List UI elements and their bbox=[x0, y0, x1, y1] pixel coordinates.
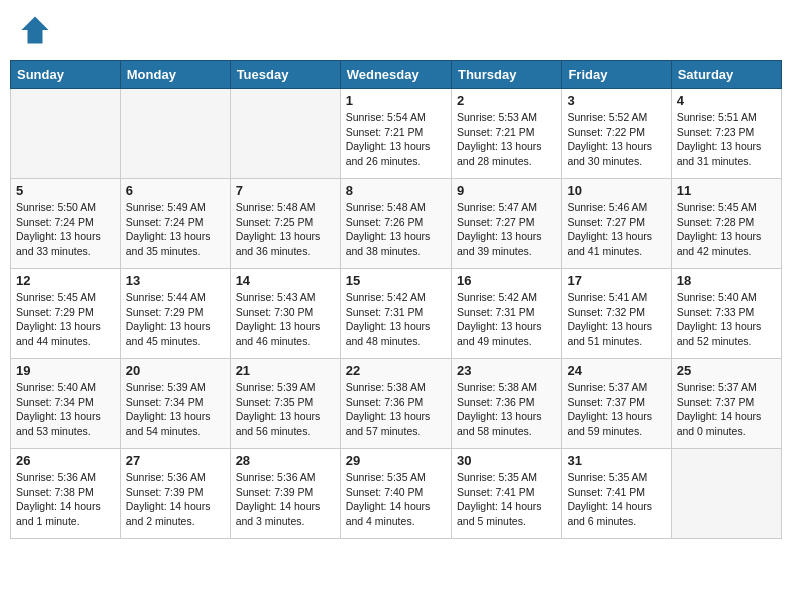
day-cell bbox=[11, 89, 121, 179]
logo bbox=[20, 15, 54, 45]
svg-marker-0 bbox=[22, 17, 49, 44]
day-info: Sunrise: 5:54 AM Sunset: 7:21 PM Dayligh… bbox=[346, 110, 446, 169]
day-number: 11 bbox=[677, 183, 776, 198]
day-number: 6 bbox=[126, 183, 225, 198]
day-info: Sunrise: 5:53 AM Sunset: 7:21 PM Dayligh… bbox=[457, 110, 556, 169]
day-cell: 7Sunrise: 5:48 AM Sunset: 7:25 PM Daylig… bbox=[230, 179, 340, 269]
day-number: 7 bbox=[236, 183, 335, 198]
day-number: 8 bbox=[346, 183, 446, 198]
day-number: 4 bbox=[677, 93, 776, 108]
day-cell: 11Sunrise: 5:45 AM Sunset: 7:28 PM Dayli… bbox=[671, 179, 781, 269]
day-info: Sunrise: 5:47 AM Sunset: 7:27 PM Dayligh… bbox=[457, 200, 556, 259]
day-info: Sunrise: 5:38 AM Sunset: 7:36 PM Dayligh… bbox=[457, 380, 556, 439]
day-info: Sunrise: 5:45 AM Sunset: 7:28 PM Dayligh… bbox=[677, 200, 776, 259]
day-cell: 30Sunrise: 5:35 AM Sunset: 7:41 PM Dayli… bbox=[451, 449, 561, 539]
day-cell: 21Sunrise: 5:39 AM Sunset: 7:35 PM Dayli… bbox=[230, 359, 340, 449]
day-info: Sunrise: 5:42 AM Sunset: 7:31 PM Dayligh… bbox=[457, 290, 556, 349]
day-cell: 8Sunrise: 5:48 AM Sunset: 7:26 PM Daylig… bbox=[340, 179, 451, 269]
day-cell: 14Sunrise: 5:43 AM Sunset: 7:30 PM Dayli… bbox=[230, 269, 340, 359]
day-number: 19 bbox=[16, 363, 115, 378]
day-number: 22 bbox=[346, 363, 446, 378]
day-cell: 20Sunrise: 5:39 AM Sunset: 7:34 PM Dayli… bbox=[120, 359, 230, 449]
day-cell: 28Sunrise: 5:36 AM Sunset: 7:39 PM Dayli… bbox=[230, 449, 340, 539]
day-cell: 29Sunrise: 5:35 AM Sunset: 7:40 PM Dayli… bbox=[340, 449, 451, 539]
day-info: Sunrise: 5:36 AM Sunset: 7:38 PM Dayligh… bbox=[16, 470, 115, 529]
day-cell: 1Sunrise: 5:54 AM Sunset: 7:21 PM Daylig… bbox=[340, 89, 451, 179]
day-info: Sunrise: 5:40 AM Sunset: 7:33 PM Dayligh… bbox=[677, 290, 776, 349]
day-number: 13 bbox=[126, 273, 225, 288]
col-header-wednesday: Wednesday bbox=[340, 61, 451, 89]
week-row-3: 12Sunrise: 5:45 AM Sunset: 7:29 PM Dayli… bbox=[11, 269, 782, 359]
day-number: 29 bbox=[346, 453, 446, 468]
day-number: 14 bbox=[236, 273, 335, 288]
day-cell: 26Sunrise: 5:36 AM Sunset: 7:38 PM Dayli… bbox=[11, 449, 121, 539]
day-number: 5 bbox=[16, 183, 115, 198]
day-cell: 25Sunrise: 5:37 AM Sunset: 7:37 PM Dayli… bbox=[671, 359, 781, 449]
day-cell: 19Sunrise: 5:40 AM Sunset: 7:34 PM Dayli… bbox=[11, 359, 121, 449]
day-cell: 9Sunrise: 5:47 AM Sunset: 7:27 PM Daylig… bbox=[451, 179, 561, 269]
day-number: 24 bbox=[567, 363, 665, 378]
day-number: 10 bbox=[567, 183, 665, 198]
col-header-friday: Friday bbox=[562, 61, 671, 89]
day-info: Sunrise: 5:40 AM Sunset: 7:34 PM Dayligh… bbox=[16, 380, 115, 439]
day-number: 9 bbox=[457, 183, 556, 198]
day-number: 27 bbox=[126, 453, 225, 468]
day-info: Sunrise: 5:51 AM Sunset: 7:23 PM Dayligh… bbox=[677, 110, 776, 169]
day-number: 17 bbox=[567, 273, 665, 288]
calendar-table: SundayMondayTuesdayWednesdayThursdayFrid… bbox=[10, 60, 782, 539]
day-info: Sunrise: 5:48 AM Sunset: 7:26 PM Dayligh… bbox=[346, 200, 446, 259]
day-cell: 17Sunrise: 5:41 AM Sunset: 7:32 PM Dayli… bbox=[562, 269, 671, 359]
day-info: Sunrise: 5:37 AM Sunset: 7:37 PM Dayligh… bbox=[567, 380, 665, 439]
day-info: Sunrise: 5:36 AM Sunset: 7:39 PM Dayligh… bbox=[126, 470, 225, 529]
day-info: Sunrise: 5:41 AM Sunset: 7:32 PM Dayligh… bbox=[567, 290, 665, 349]
day-number: 2 bbox=[457, 93, 556, 108]
day-cell: 31Sunrise: 5:35 AM Sunset: 7:41 PM Dayli… bbox=[562, 449, 671, 539]
day-info: Sunrise: 5:46 AM Sunset: 7:27 PM Dayligh… bbox=[567, 200, 665, 259]
week-row-5: 26Sunrise: 5:36 AM Sunset: 7:38 PM Dayli… bbox=[11, 449, 782, 539]
day-number: 15 bbox=[346, 273, 446, 288]
day-cell: 24Sunrise: 5:37 AM Sunset: 7:37 PM Dayli… bbox=[562, 359, 671, 449]
day-cell: 18Sunrise: 5:40 AM Sunset: 7:33 PM Dayli… bbox=[671, 269, 781, 359]
day-cell: 27Sunrise: 5:36 AM Sunset: 7:39 PM Dayli… bbox=[120, 449, 230, 539]
day-info: Sunrise: 5:48 AM Sunset: 7:25 PM Dayligh… bbox=[236, 200, 335, 259]
day-number: 3 bbox=[567, 93, 665, 108]
day-number: 16 bbox=[457, 273, 556, 288]
day-info: Sunrise: 5:42 AM Sunset: 7:31 PM Dayligh… bbox=[346, 290, 446, 349]
day-number: 26 bbox=[16, 453, 115, 468]
day-cell: 10Sunrise: 5:46 AM Sunset: 7:27 PM Dayli… bbox=[562, 179, 671, 269]
col-header-sunday: Sunday bbox=[11, 61, 121, 89]
day-number: 31 bbox=[567, 453, 665, 468]
day-number: 28 bbox=[236, 453, 335, 468]
day-info: Sunrise: 5:35 AM Sunset: 7:41 PM Dayligh… bbox=[567, 470, 665, 529]
day-number: 12 bbox=[16, 273, 115, 288]
day-cell: 12Sunrise: 5:45 AM Sunset: 7:29 PM Dayli… bbox=[11, 269, 121, 359]
day-info: Sunrise: 5:38 AM Sunset: 7:36 PM Dayligh… bbox=[346, 380, 446, 439]
day-cell bbox=[120, 89, 230, 179]
week-row-4: 19Sunrise: 5:40 AM Sunset: 7:34 PM Dayli… bbox=[11, 359, 782, 449]
week-row-1: 1Sunrise: 5:54 AM Sunset: 7:21 PM Daylig… bbox=[11, 89, 782, 179]
day-cell: 3Sunrise: 5:52 AM Sunset: 7:22 PM Daylig… bbox=[562, 89, 671, 179]
day-cell: 6Sunrise: 5:49 AM Sunset: 7:24 PM Daylig… bbox=[120, 179, 230, 269]
day-info: Sunrise: 5:44 AM Sunset: 7:29 PM Dayligh… bbox=[126, 290, 225, 349]
day-cell: 16Sunrise: 5:42 AM Sunset: 7:31 PM Dayli… bbox=[451, 269, 561, 359]
day-info: Sunrise: 5:49 AM Sunset: 7:24 PM Dayligh… bbox=[126, 200, 225, 259]
day-info: Sunrise: 5:36 AM Sunset: 7:39 PM Dayligh… bbox=[236, 470, 335, 529]
day-cell bbox=[230, 89, 340, 179]
day-info: Sunrise: 5:45 AM Sunset: 7:29 PM Dayligh… bbox=[16, 290, 115, 349]
col-header-thursday: Thursday bbox=[451, 61, 561, 89]
day-cell: 23Sunrise: 5:38 AM Sunset: 7:36 PM Dayli… bbox=[451, 359, 561, 449]
day-cell: 5Sunrise: 5:50 AM Sunset: 7:24 PM Daylig… bbox=[11, 179, 121, 269]
day-info: Sunrise: 5:39 AM Sunset: 7:35 PM Dayligh… bbox=[236, 380, 335, 439]
day-cell: 15Sunrise: 5:42 AM Sunset: 7:31 PM Dayli… bbox=[340, 269, 451, 359]
day-number: 21 bbox=[236, 363, 335, 378]
day-cell: 2Sunrise: 5:53 AM Sunset: 7:21 PM Daylig… bbox=[451, 89, 561, 179]
logo-icon bbox=[20, 15, 50, 45]
day-info: Sunrise: 5:52 AM Sunset: 7:22 PM Dayligh… bbox=[567, 110, 665, 169]
day-cell bbox=[671, 449, 781, 539]
day-cell: 4Sunrise: 5:51 AM Sunset: 7:23 PM Daylig… bbox=[671, 89, 781, 179]
day-number: 23 bbox=[457, 363, 556, 378]
day-number: 1 bbox=[346, 93, 446, 108]
day-info: Sunrise: 5:37 AM Sunset: 7:37 PM Dayligh… bbox=[677, 380, 776, 439]
col-header-tuesday: Tuesday bbox=[230, 61, 340, 89]
day-info: Sunrise: 5:39 AM Sunset: 7:34 PM Dayligh… bbox=[126, 380, 225, 439]
